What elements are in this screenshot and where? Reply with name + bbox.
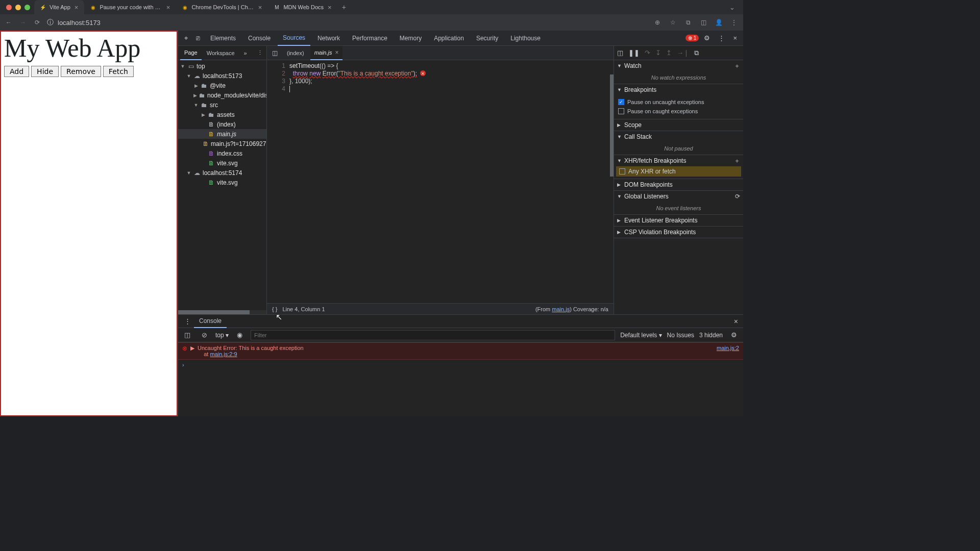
nav-tab-more-icon[interactable]: » — [240, 46, 251, 60]
source-link[interactable]: main.js — [552, 306, 570, 312]
close-devtools-icon[interactable]: × — [730, 34, 740, 42]
toggle-sidebar-icon[interactable]: ◫ — [617, 49, 623, 57]
scope-header[interactable]: ▶Scope — [614, 119, 743, 131]
back-button[interactable]: ← — [4, 19, 13, 26]
nav-kebab-icon[interactable]: ⋮ — [253, 46, 267, 60]
error-marker-icon[interactable] — [420, 70, 426, 76]
hide-button[interactable]: Hide — [31, 66, 59, 77]
expand-error-icon[interactable]: ▶ — [190, 345, 194, 352]
pause-uncaught-checkbox[interactable]: ✓Pause on uncaught exceptions — [618, 97, 739, 107]
xhr-header[interactable]: ▼XHR/fetch Breakpoints＋ — [614, 155, 743, 166]
close-tab-icon[interactable]: × — [165, 4, 172, 11]
extensions-icon[interactable]: ⧉ — [683, 19, 693, 26]
callstack-header[interactable]: ▼Call Stack — [614, 131, 743, 142]
close-tab-icon[interactable]: × — [257, 4, 263, 11]
maximize-window-button[interactable] — [24, 5, 30, 10]
tab-overflow-icon[interactable]: ⌄ — [725, 4, 739, 11]
deactivate-bp-icon[interactable]: ⧉ — [694, 49, 699, 57]
pause-icon[interactable]: ❚❚ — [628, 49, 640, 57]
drawer-tab-console[interactable]: Console — [194, 315, 227, 328]
tab-mdn[interactable]: M MDN Web Docs × — [268, 0, 337, 14]
code-area[interactable]: 1 2 3 4 setTimeout(() => { throw new Err… — [267, 60, 614, 303]
global-listeners-header[interactable]: ▼Global Listeners⟳ — [614, 191, 743, 202]
settings-icon[interactable]: ⚙ — [701, 34, 713, 42]
site-info-icon[interactable]: ⓘ — [47, 18, 54, 27]
live-expression-icon[interactable]: ◉ — [234, 331, 246, 339]
watch-header[interactable]: ▼Watch＋ — [614, 60, 743, 71]
error-badge[interactable]: ⊗1 — [685, 35, 699, 41]
menu-icon[interactable]: ⋮ — [729, 19, 739, 26]
dom-bp-header[interactable]: ▶DOM Breakpoints — [614, 179, 743, 190]
drawer-kebab-icon[interactable]: ⋮ — [181, 317, 194, 325]
code[interactable]: setTimeout(() => { throw new Error("This… — [289, 60, 614, 303]
close-drawer-icon[interactable]: × — [732, 317, 740, 325]
nav-tab-page[interactable]: Page — [180, 46, 202, 60]
step-out-icon[interactable]: ↥ — [666, 49, 672, 57]
log-levels-selector[interactable]: Default levels ▾ — [620, 332, 662, 339]
console-prompt[interactable]: › — [178, 360, 743, 370]
error-source-link[interactable]: main.js:2 — [717, 345, 739, 351]
tree-top[interactable]: ▼▭top — [178, 61, 266, 71]
clear-console-icon[interactable]: ⊘ — [199, 331, 210, 339]
device-icon[interactable]: ⎚ — [193, 34, 203, 42]
tree-indexcss[interactable]: 🗎index.css — [178, 148, 266, 158]
tree-mainjst[interactable]: 🗎main.js?t=1710692729 — [178, 139, 266, 148]
tree-assets[interactable]: ▶🖿assets — [178, 110, 266, 119]
editor-tab-main[interactable]: main.js× — [310, 46, 343, 60]
pause-caught-checkbox[interactable]: Pause on caught exceptions — [618, 107, 739, 116]
file-nav-scrollbar[interactable] — [178, 310, 266, 314]
event-listener-bp-header[interactable]: ▶Event Listener Breakpoints — [614, 215, 743, 226]
tab-devtools[interactable]: ◉ Chrome DevTools | Chrome × — [176, 0, 268, 14]
stack-link[interactable]: main.js:2:9 — [210, 351, 237, 357]
tree-index[interactable]: 🗎(index) — [178, 119, 266, 129]
remove-button[interactable]: Remove — [61, 66, 101, 77]
kebab-icon[interactable]: ⋮ — [715, 34, 728, 42]
tree-src[interactable]: ▼🖿src — [178, 100, 266, 110]
profile-icon[interactable]: 👤 — [714, 19, 724, 26]
new-tab-button[interactable]: + — [338, 3, 350, 11]
inspect-icon[interactable]: ⌖ — [181, 34, 191, 42]
issues-link[interactable]: No Issues — [667, 332, 694, 339]
refresh-listeners-icon[interactable]: ⟳ — [735, 193, 740, 200]
reload-button[interactable]: ⟳ — [33, 19, 42, 26]
bookmark-icon[interactable]: ☆ — [668, 19, 678, 26]
context-selector[interactable]: top ▾ — [215, 332, 229, 339]
minimize-window-button[interactable] — [15, 5, 21, 10]
toggle-console-sidebar-icon[interactable]: ◫ — [181, 331, 193, 339]
forward-button[interactable]: → — [18, 19, 28, 26]
tab-pause[interactable]: ◉ Pause your code with breakp × — [84, 0, 176, 14]
toggle-nav-icon[interactable]: ◫ — [269, 49, 281, 57]
tab-memory[interactable]: Memory — [395, 31, 427, 46]
tree-host[interactable]: ▼☁localhost:5173 — [178, 71, 266, 81]
step-into-icon[interactable]: ↧ — [655, 49, 661, 57]
tab-performance[interactable]: Performance — [347, 31, 393, 46]
csp-bp-header[interactable]: ▶CSP Violation Breakpoints — [614, 227, 743, 238]
nav-tab-workspace[interactable]: Workspace — [203, 46, 239, 60]
pretty-print-icon[interactable]: { } — [272, 306, 277, 312]
sidepanel-icon[interactable]: ◫ — [698, 19, 708, 26]
tab-application[interactable]: Application — [429, 31, 469, 46]
file-tree[interactable]: ▼▭top ▼☁localhost:5173 ▶🖿@vite ▶🖿node_mo… — [178, 60, 266, 310]
close-window-button[interactable] — [6, 5, 12, 10]
close-tab-icon[interactable]: × — [327, 4, 333, 11]
tab-viteapp[interactable]: ⚡ Vite App × — [34, 0, 84, 14]
tab-lighthouse[interactable]: Lighthouse — [505, 31, 546, 46]
tree-vitesvg[interactable]: 🗎vite.svg — [178, 158, 266, 168]
tab-elements[interactable]: Elements — [205, 31, 241, 46]
close-tab-icon[interactable]: × — [74, 4, 80, 11]
fetch-button[interactable]: Fetch — [103, 66, 134, 77]
add-watch-icon[interactable]: ＋ — [734, 62, 740, 70]
step-over-icon[interactable]: ↷ — [645, 49, 650, 57]
address-bar[interactable]: ⓘ localhost:5173 — [47, 18, 101, 27]
zoom-icon[interactable]: ⊕ — [652, 19, 663, 26]
xhr-any-checkbox[interactable]: Any XHR or fetch — [616, 166, 741, 177]
console-error-row[interactable]: ⊗ ▶ Uncaught Error: This is a caught exc… — [178, 342, 743, 360]
add-xhr-icon[interactable]: ＋ — [734, 157, 740, 165]
hidden-count[interactable]: 3 hidden — [699, 332, 723, 339]
breakpoints-header[interactable]: ▼Breakpoints — [614, 84, 743, 95]
tree-vitesvg2[interactable]: 🗎vite.svg — [178, 178, 266, 187]
console-filter-input[interactable] — [251, 330, 615, 340]
editor-tab-index[interactable]: (index) — [283, 46, 308, 60]
code-scrollbar[interactable] — [610, 74, 614, 293]
close-editor-tab-icon[interactable]: × — [335, 49, 338, 56]
